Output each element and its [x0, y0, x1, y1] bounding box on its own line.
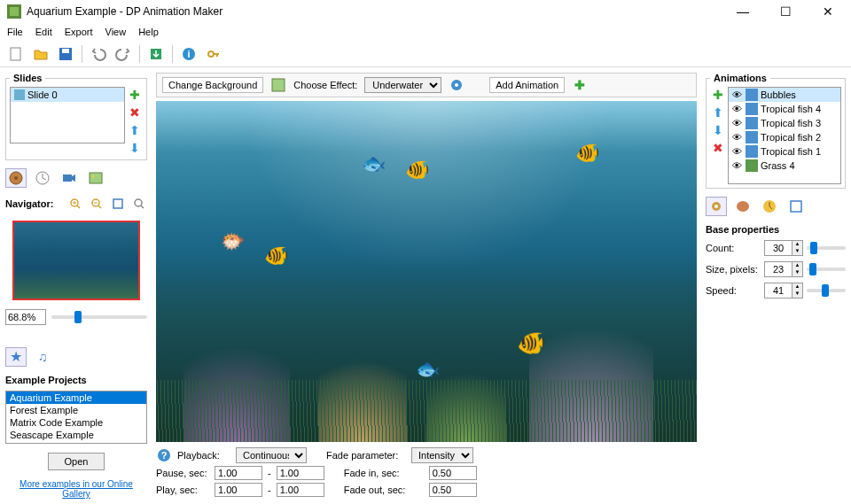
anim-item[interactable]: 👁Tropical fish 4: [729, 102, 840, 116]
minimize-button[interactable]: —: [727, 2, 759, 21]
example-item[interactable]: Seascape Example: [6, 429, 146, 441]
anim-item[interactable]: 👁Tropical fish 2: [729, 130, 840, 144]
export-button[interactable]: [145, 43, 167, 65]
eye-icon[interactable]: 👁: [730, 104, 743, 114]
animations-list[interactable]: 👁Bubbles 👁Tropical fish 4 👁Tropical fish…: [728, 87, 841, 184]
anim-item[interactable]: 👁Tropical fish 1: [729, 144, 840, 159]
tab-wheel[interactable]: [5, 168, 27, 188]
key-button[interactable]: [203, 43, 224, 65]
menu-edit[interactable]: Edit: [35, 27, 52, 37]
animations-group: Animations ✚ ⬆ ⬇ ✖ 👁Bubbles 👁Tropical fi…: [706, 73, 846, 189]
slides-list[interactable]: Slide 0: [10, 87, 125, 143]
effect-select[interactable]: Underwater: [364, 77, 441, 93]
svg-point-15: [92, 175, 95, 178]
eye-icon[interactable]: 👁: [730, 146, 743, 157]
size-spinner[interactable]: ▲▼: [764, 261, 803, 277]
slide-down-button[interactable]: ⬇: [127, 140, 143, 156]
open-button[interactable]: [30, 43, 51, 65]
add-animation-button[interactable]: Add Animation: [489, 77, 565, 93]
add-animation-plus-icon[interactable]: ✚: [572, 77, 588, 93]
zoom-out-icon[interactable]: [89, 196, 105, 212]
eye-icon[interactable]: 👁: [730, 118, 743, 128]
open-example-button[interactable]: Open: [48, 453, 105, 470]
tab-clock[interactable]: [32, 168, 53, 188]
navigator-preview[interactable]: [12, 221, 140, 300]
change-background-button[interactable]: Change Background: [162, 77, 263, 93]
zoom-value[interactable]: 68.8%: [5, 309, 46, 325]
add-anim-button[interactable]: ✚: [710, 87, 726, 103]
count-slider[interactable]: [807, 246, 846, 250]
tab-camera[interactable]: [59, 168, 80, 188]
redo-button[interactable]: [113, 43, 134, 65]
playback-mode-select[interactable]: Continuous: [236, 447, 307, 463]
slide-up-button[interactable]: ⬆: [127, 122, 143, 138]
fade-in-input[interactable]: [429, 466, 477, 480]
svg-text:?: ?: [161, 450, 168, 461]
example-item[interactable]: Waterfall Example: [6, 441, 146, 444]
maximize-button[interactable]: ☐: [769, 2, 801, 21]
fade-param-label: Fade parameter:: [326, 450, 406, 461]
menu-export[interactable]: Export: [65, 27, 93, 37]
effect-settings-icon[interactable]: [449, 77, 465, 93]
svg-point-26: [714, 205, 718, 208]
example-item[interactable]: Matrix Code Example: [6, 416, 146, 429]
zoom-actual-icon[interactable]: [131, 196, 147, 212]
play-max-input[interactable]: [277, 483, 324, 497]
help-icon[interactable]: ?: [156, 447, 172, 463]
fade-in-label: Fade in, sec:: [344, 468, 424, 478]
svg-text:i: i: [187, 49, 190, 59]
left-panel: Slides Slide 0 ✚ ✖ ⬆ ⬇: [0, 67, 152, 504]
example-item[interactable]: Aquarium Example: [6, 392, 146, 404]
speed-slider[interactable]: [807, 289, 846, 292]
zoom-fit-icon[interactable]: [110, 196, 126, 212]
eye-icon[interactable]: 👁: [730, 160, 743, 171]
count-spinner[interactable]: ▲▼: [764, 240, 803, 256]
info-button[interactable]: i: [178, 43, 199, 65]
speed-spinner[interactable]: ▲▼: [764, 283, 803, 299]
menu-view[interactable]: View: [105, 27, 127, 37]
examples-list[interactable]: Aquarium Example Forest Example Matrix C…: [5, 391, 147, 444]
size-slider[interactable]: [807, 268, 846, 271]
bg-options-icon[interactable]: [270, 77, 286, 93]
anim-item[interactable]: 👁Bubbles: [729, 88, 840, 102]
add-slide-button[interactable]: ✚: [127, 87, 143, 103]
svg-rect-2: [11, 48, 20, 60]
pause-max-input[interactable]: [277, 466, 324, 480]
close-button[interactable]: ✕: [812, 2, 844, 21]
menu-file[interactable]: File: [7, 27, 23, 37]
menu-help[interactable]: Help: [138, 27, 159, 37]
canvas[interactable]: 🐠 🐟 🐠 🐡 🐠 🐟 🐠: [156, 101, 697, 442]
zoom-slider[interactable]: [51, 315, 147, 319]
anim-item[interactable]: 👁Tropical fish 3: [729, 116, 840, 130]
prop-tabs: [706, 194, 846, 219]
svg-rect-4: [62, 49, 69, 53]
eye-icon[interactable]: 👁: [730, 89, 743, 100]
tab-gear[interactable]: [706, 197, 727, 216]
tab-bounds[interactable]: [785, 197, 807, 216]
tab-timing[interactable]: [759, 197, 780, 216]
count-label: Count:: [706, 243, 761, 253]
save-button[interactable]: [55, 43, 76, 65]
undo-button[interactable]: [88, 43, 109, 65]
tab-music[interactable]: ♫: [32, 347, 53, 367]
fade-param-select[interactable]: Intensity: [411, 447, 473, 463]
new-button[interactable]: [5, 43, 27, 65]
anim-item[interactable]: 👁Grass 4: [729, 159, 840, 173]
tab-favorites[interactable]: ★: [5, 347, 27, 367]
anim-up-button[interactable]: ⬆: [710, 105, 726, 120]
menubar: File Edit Export View Help: [0, 23, 851, 41]
delete-anim-button[interactable]: ✖: [710, 140, 726, 156]
slide-item[interactable]: Slide 0: [11, 88, 124, 102]
delete-slide-button[interactable]: ✖: [127, 105, 143, 120]
tab-image[interactable]: [85, 168, 106, 188]
fade-out-input[interactable]: [429, 483, 477, 497]
anim-down-button[interactable]: ⬇: [710, 122, 726, 138]
pause-min-input[interactable]: [215, 466, 262, 480]
example-item[interactable]: Forest Example: [6, 404, 146, 416]
play-min-input[interactable]: [215, 483, 262, 497]
eye-icon[interactable]: 👁: [730, 132, 743, 143]
fish-icon: 🐠: [405, 159, 429, 182]
tab-palette[interactable]: [732, 197, 753, 216]
zoom-in-icon[interactable]: [67, 196, 83, 212]
gallery-link[interactable]: More examples in our Online Gallery: [5, 479, 147, 499]
